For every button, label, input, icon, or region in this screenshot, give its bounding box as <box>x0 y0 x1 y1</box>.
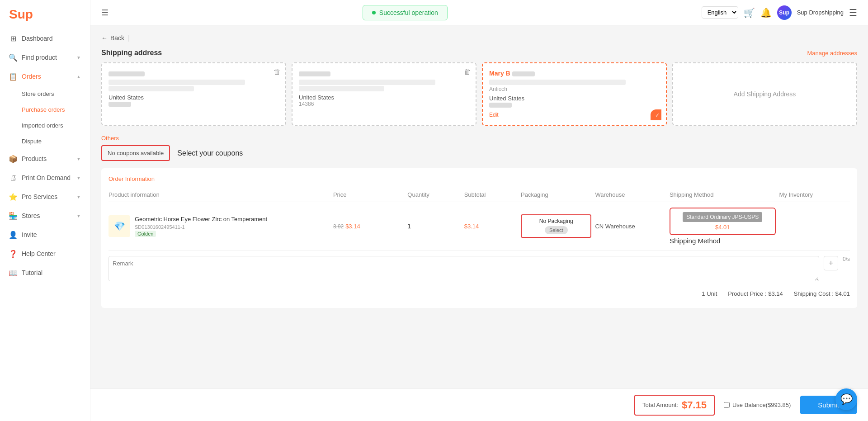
sidebar-item-tutorial[interactable]: 📖 Tutorial <box>0 263 90 282</box>
sidebar-item-orders[interactable]: 📋 Orders ▲ <box>0 67 90 86</box>
delete-icon[interactable]: 🗑 <box>274 68 281 76</box>
addr-line-2b <box>299 86 384 91</box>
col-inventory: My Inventory <box>779 191 850 198</box>
col-packaging: Packaging <box>521 191 591 198</box>
chevron-icon: ▼ <box>76 213 81 218</box>
sidebar-item-imported-orders[interactable]: Imported orders <box>0 118 90 133</box>
back-label: Back <box>110 34 124 42</box>
remark-add-button[interactable]: + <box>824 256 838 270</box>
store-icon: 🏪 <box>9 212 17 220</box>
address-card-2[interactable]: 🗑 United States 14386 <box>292 62 476 126</box>
manage-addresses-link[interactable]: Manage addresses <box>807 50 857 57</box>
addr-edit-link[interactable]: Edit <box>489 112 499 118</box>
chat-icon: 💬 <box>840 393 853 405</box>
sidebar-item-label: Help Center <box>22 250 56 257</box>
sidebar-item-store-orders[interactable]: Store orders <box>0 86 90 102</box>
language-select[interactable]: English <box>702 6 738 19</box>
col-price: Price <box>333 191 404 198</box>
product-details: Geometric Horse Eye Flower Zirc on Tempe… <box>135 215 267 237</box>
bell-icon[interactable]: 🔔 <box>760 7 772 18</box>
selected-check <box>651 109 661 120</box>
addr-line-2a <box>299 80 435 85</box>
product-image: 💎 <box>108 215 130 237</box>
packaging-select-button[interactable]: Select <box>545 226 568 234</box>
price-old: 3.92 <box>333 223 344 230</box>
sidebar-item-stores[interactable]: 🏪 Stores ▼ <box>0 206 90 225</box>
sidebar-item-dashboard[interactable]: ⊞ Dashboard <box>0 29 90 48</box>
brand-name: Sup <box>9 7 33 22</box>
main-wrapper: ☰ Successful operation English 🛒 🔔 Sup S… <box>90 0 868 421</box>
sidebar-item-dispute[interactable]: Dispute <box>0 133 90 149</box>
addr-country-1: United States <box>108 94 279 101</box>
orders-icon: 📋 <box>9 72 17 80</box>
sidebar-item-purchase-orders[interactable]: Purchase orders <box>0 102 90 118</box>
addr-zip-1 <box>108 101 279 107</box>
sidebar-item-label: Products <box>22 155 47 162</box>
price-cell: 3.92 $3.14 <box>333 222 404 230</box>
success-message: Successful operation <box>379 9 438 16</box>
add-address-label: Add Shipping Address <box>734 90 796 98</box>
col-shipping: Shipping Method <box>670 191 776 198</box>
packaging-label: No Packaging <box>525 218 587 224</box>
sidebar-item-invite[interactable]: 👤 Invite <box>0 225 90 244</box>
shipping-section-header: Shipping address Manage addresses <box>101 49 857 57</box>
addr-line-1a <box>108 80 245 85</box>
chat-bubble[interactable]: 💬 <box>835 388 857 410</box>
back-button[interactable]: ← Back <box>101 34 124 42</box>
others-section: Others No coupons available Select your … <box>101 135 857 161</box>
sidebar-item-pro-services[interactable]: ⭐ Pro Services ▼ <box>0 187 90 206</box>
order-info-title: Order Information <box>108 175 850 182</box>
sidebar-item-label: Tutorial <box>22 269 42 276</box>
menu-icon[interactable]: ☰ <box>101 8 108 18</box>
avatar: Sup <box>777 5 792 20</box>
back-arrow-icon: ← <box>101 34 108 42</box>
balance-checkbox[interactable]: Use Balance($993.85) <box>724 402 791 408</box>
product-sku: SD01301602495411-1 <box>135 224 267 230</box>
chevron-icon: ▼ <box>76 194 81 199</box>
address-card-1[interactable]: 🗑 United States <box>101 62 286 126</box>
total-label: Total Amount: <box>642 402 678 408</box>
shipping-method-name: Standard Ordinary JPS-USPS <box>683 212 762 222</box>
chevron-icon: ▼ <box>76 156 81 161</box>
col-subtotal: Subtotal <box>464 191 517 198</box>
print-icon: 🖨 <box>9 174 17 182</box>
remark-textarea[interactable] <box>108 256 819 281</box>
col-product: Product information <box>108 191 330 198</box>
others-label: Others <box>101 135 857 142</box>
chevron-up-icon: ▲ <box>76 74 81 79</box>
star-icon: ⭐ <box>9 193 17 201</box>
sidebar-item-label: Print On Demand <box>22 174 71 181</box>
addr-zip-3 <box>489 102 660 108</box>
sidebar-item-products[interactable]: 📦 Products ▼ <box>0 149 90 168</box>
divider: | <box>128 34 130 42</box>
addr-name-3: Mary B <box>489 70 660 77</box>
table-row: 💎 Geometric Horse Eye Flower Zirc on Tem… <box>108 202 850 251</box>
address-card-add[interactable]: Add Shipping Address <box>672 62 857 126</box>
coupon-box[interactable]: No coupons available <box>101 145 170 161</box>
hamburger-right-icon[interactable]: ☰ <box>849 7 857 18</box>
sidebar-item-find-product[interactable]: 🔍 Find product ▼ <box>0 48 90 67</box>
shipping-method-box[interactable]: Standard Ordinary JPS-USPS $4.01 <box>670 208 776 235</box>
total-value: $7.15 <box>682 399 707 411</box>
sidebar-item-help-center[interactable]: ❓ Help Center <box>0 244 90 263</box>
balance-checkbox-input[interactable] <box>724 402 730 408</box>
tutorial-icon: 📖 <box>9 269 17 277</box>
invite-icon: 👤 <box>9 231 17 239</box>
address-card-3[interactable]: Mary B Antioch United States Edit <box>482 62 667 126</box>
cart-icon[interactable]: 🛒 <box>744 7 755 18</box>
delete-icon-2[interactable]: 🗑 <box>464 68 471 76</box>
price-new: $3.14 <box>345 223 360 230</box>
coupon-row: No coupons available Select your coupons <box>101 145 857 161</box>
products-icon: 📦 <box>9 155 17 163</box>
header: ☰ Successful operation English 🛒 🔔 Sup S… <box>90 0 868 25</box>
sidebar-item-print-on-demand[interactable]: 🖨 Print On Demand ▼ <box>0 168 90 187</box>
sidebar-item-label: Pro Services <box>22 193 57 200</box>
shipping-method-cell: Standard Ordinary JPS-USPS $4.01 Shippin… <box>670 208 776 245</box>
subtotal-cell: $3.14 <box>464 223 517 230</box>
remark-row: + 0/s <box>108 251 850 287</box>
back-row: ← Back | <box>101 34 857 42</box>
sidebar-nav: ⊞ Dashboard 🔍 Find product ▼ 📋 Orders ▲ … <box>0 29 90 421</box>
chevron-icon: ▼ <box>76 175 81 180</box>
product-price-summary: Product Price : $3.14 <box>728 290 783 297</box>
help-icon: ❓ <box>9 250 17 258</box>
